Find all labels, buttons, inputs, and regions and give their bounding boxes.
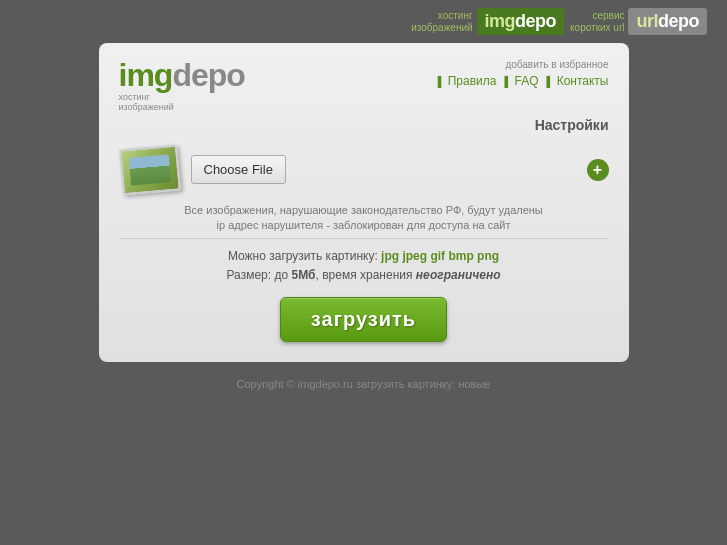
favorites-label: добавить в избранное <box>505 59 608 70</box>
nav-links: Правила FAQ Контакты <box>438 74 609 88</box>
urldepo-top-label: сервискоротких url <box>570 10 624 34</box>
photo-landscape <box>128 154 170 185</box>
size-prefix: Размер: до <box>227 268 289 282</box>
site-logo: imgdepo <box>119 59 245 91</box>
imgdepo-top-logo[interactable]: imgdepo <box>477 8 565 35</box>
divider <box>119 238 609 239</box>
time-prefix: , время хранения <box>316 268 413 282</box>
upload-area: Choose File + <box>119 145 609 195</box>
notice-text: Все изображения, нарушающие законодатель… <box>119 203 609 234</box>
upload-button[interactable]: загрузить <box>280 297 447 342</box>
time-value: неограничено <box>416 268 501 282</box>
nav-link-rules[interactable]: Правила <box>438 74 497 88</box>
urldepo-top-logo[interactable]: urldepo <box>628 8 707 35</box>
photo-icon <box>119 144 181 195</box>
upload-btn-container: загрузить <box>119 297 609 342</box>
nav-link-faq[interactable]: FAQ <box>504 74 538 88</box>
main-card: imgdepo хостингизображений добавить в из… <box>99 43 629 362</box>
footer-copyright: Copyright © imgdepo.ru загрузить картинк… <box>237 378 491 390</box>
card-header: imgdepo хостингизображений добавить в из… <box>119 59 609 113</box>
settings-label: Настройки <box>535 117 609 133</box>
photo-icon-inner <box>121 147 178 194</box>
image-preview <box>119 145 179 195</box>
size-value: 5Мб <box>291 268 315 282</box>
logo-area: imgdepo хостингизображений <box>119 59 245 113</box>
urldepo-top-item: сервискоротких url urldepo <box>570 8 707 35</box>
logo-subtitle: хостингизображений <box>119 93 245 113</box>
top-bar: хостингизображений imgdepo сервискоротки… <box>0 0 727 43</box>
choose-file-button[interactable]: Choose File <box>191 155 286 184</box>
header-links: добавить в избранное Правила FAQ Контакт… <box>438 59 609 88</box>
upload-info: Можно загрузить картинку: jpg jpeg gif b… <box>119 247 609 285</box>
footer: Copyright © imgdepo.ru загрузить картинк… <box>0 378 727 390</box>
settings-bar[interactable]: Настройки <box>119 117 609 133</box>
notice-line1: Все изображения, нарушающие законодатель… <box>184 204 543 216</box>
formats-prefix: Можно загрузить картинку: <box>228 249 378 263</box>
add-more-button[interactable]: + <box>587 159 609 181</box>
imgdepo-top-item: хостингизображений imgdepo <box>411 8 564 35</box>
imgdepo-top-label: хостингизображений <box>411 10 472 34</box>
nav-link-contacts[interactable]: Контакты <box>547 74 609 88</box>
notice-line2: ip адрес нарушителя - заблокирован для д… <box>217 219 511 231</box>
file-input-container: Choose File <box>191 155 609 184</box>
formats-list: jpg jpeg gif bmp png <box>381 249 499 263</box>
